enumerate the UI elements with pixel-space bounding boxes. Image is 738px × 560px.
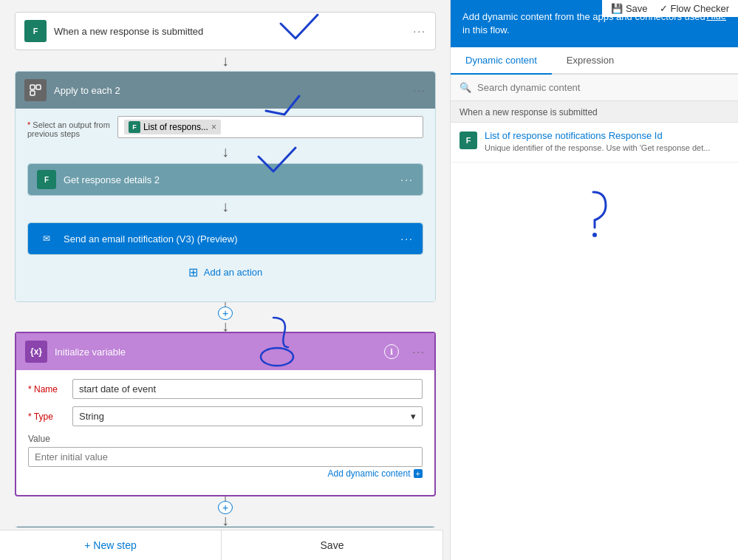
connector-arrow-1: ↓	[15, 50, 436, 71]
svg-rect-1	[36, 85, 41, 89]
value-label: Value	[28, 434, 65, 444]
flow-canvas: F When a new response is submitted ↓ App…	[0, 0, 451, 560]
panel-search-area: 🔍	[451, 75, 738, 101]
get-response-menu[interactable]	[400, 174, 414, 185]
search-input[interactable]	[477, 82, 729, 93]
send-email-block[interactable]: ✉ Send an email notification (V3) (Previ…	[27, 222, 423, 255]
step-when-new-response-header[interactable]: F When a new response is submitted	[16, 13, 435, 49]
select-output-field[interactable]: F List of respons... ×	[117, 116, 423, 138]
connector-plus-2: + ↓	[15, 496, 436, 526]
name-label: * Name	[28, 384, 65, 395]
init-variable-header[interactable]: {x} Initialize variable ℹ	[16, 333, 434, 370]
svg-point-7	[592, 233, 597, 237]
name-field-row: * Name	[28, 379, 423, 399]
step-when-new-response-title: When a new response is submitted	[54, 26, 406, 37]
panel-section-label: When a new response is submitted	[451, 101, 738, 123]
flow-save-button[interactable]: Save	[222, 530, 443, 560]
bottom-bar: + New step Save	[0, 530, 443, 560]
save-icon: 💾	[611, 3, 623, 14]
new-step-button[interactable]: + New step	[0, 530, 222, 560]
name-input[interactable]	[72, 379, 423, 399]
init-variable-menu[interactable]	[412, 346, 426, 358]
dynamic-content-panel: Add dynamic content from the apps and co…	[450, 0, 738, 560]
panel-annotation-area	[451, 163, 738, 268]
select-output-label: * Select an output fromprevious steps	[27, 120, 110, 138]
apply-each-2-content: * Select an output fromprevious steps F …	[16, 109, 435, 301]
type-select-value: String	[79, 411, 104, 422]
connector-plus-1: + ↓	[15, 302, 436, 332]
add-action-row[interactable]: ⊞ Add an action	[27, 255, 423, 290]
type-select-chevron: ▾	[411, 411, 416, 422]
checker-icon: ✓	[660, 3, 668, 14]
apply-icon	[24, 79, 47, 101]
init-variable-block[interactable]: {x} Initialize variable ℹ * Name * Type	[15, 332, 436, 496]
get-response-details-block[interactable]: F Get response details 2	[27, 163, 423, 196]
get-response-details-header[interactable]: F Get response details 2	[28, 164, 423, 195]
tag-text: List of respons...	[143, 122, 208, 132]
get-response-title: Get response details 2	[64, 174, 393, 185]
add-action-icon: ⊞	[188, 265, 198, 279]
panel-item-forms-icon: F	[459, 132, 477, 149]
step-when-new-response-menu[interactable]	[413, 25, 426, 37]
send-email-menu[interactable]	[400, 233, 414, 245]
connector-arrow-2: ↓	[222, 320, 229, 332]
init-variable-content: * Name * Type String ▾ Value	[16, 370, 434, 495]
save-label: Save	[626, 3, 648, 14]
forms-icon: F	[24, 20, 47, 42]
panel-item-title: List of response notifications Response …	[485, 130, 729, 141]
flow-checker-label: Flow Checker	[671, 3, 729, 14]
panel-content-scroll[interactable]: When a new response is submitted F List …	[451, 101, 738, 560]
panel-tabs: Dynamic content Expression	[451, 47, 738, 75]
connector-arrow-3: ↓	[222, 514, 229, 526]
tag-list-of-responses[interactable]: F List of respons... ×	[124, 120, 221, 134]
send-email-header[interactable]: ✉ Send an email notification (V3) (Previ…	[28, 223, 423, 254]
tag-close-btn[interactable]: ×	[211, 122, 216, 132]
value-field-row: Value Add dynamic content +	[28, 434, 423, 479]
add-dynamic-content-link[interactable]: Add dynamic content +	[28, 468, 423, 479]
name-label-text: Name	[34, 384, 58, 395]
select-output-row: * Select an output fromprevious steps F …	[27, 116, 423, 138]
value-input[interactable]	[28, 447, 423, 467]
flow-scroll-area[interactable]: F When a new response is submitted ↓ App…	[15, 12, 436, 527]
question-mark-annotation	[573, 185, 617, 244]
apply-each-2-title: Apply to each 2	[54, 85, 406, 96]
type-label: * Type	[28, 412, 65, 422]
get-response-icon: F	[37, 170, 56, 189]
type-select[interactable]: String ▾	[72, 406, 423, 426]
svg-rect-0	[30, 85, 35, 89]
apply-each-2-menu[interactable]	[413, 84, 426, 96]
tab-expression[interactable]: Expression	[552, 47, 629, 75]
send-email-title: Send an email notification (V3) (Preview…	[64, 233, 393, 245]
add-action-label: Add an action	[204, 267, 263, 278]
info-icon[interactable]: ℹ	[384, 344, 399, 359]
email-icon: ✉	[37, 229, 56, 248]
save-button[interactable]: 💾 Save	[611, 3, 648, 14]
type-label-text: Type	[34, 412, 53, 422]
variable-icon: {x}	[25, 341, 47, 363]
top-bar: 💾 Save ✓ Flow Checker	[602, 0, 738, 17]
inner-connector-1: ↓	[27, 146, 423, 157]
add-dynamic-label: Add dynamic content	[327, 468, 410, 479]
panel-item-response-id[interactable]: F List of response notifications Respons…	[451, 123, 738, 162]
inner-connector-2: ↓	[27, 196, 423, 216]
flow-checker-button[interactable]: ✓ Flow Checker	[660, 3, 729, 14]
panel-item-desc: Unique identifier of the response. Use w…	[485, 143, 729, 154]
tag-forms-icon: F	[129, 121, 140, 133]
apply-each-2-block[interactable]: Apply to each 2 * Select an output fromp…	[15, 71, 436, 302]
tab-dynamic-content[interactable]: Dynamic content	[451, 47, 552, 75]
add-dynamic-icon: +	[414, 469, 423, 478]
search-icon: 🔍	[459, 82, 471, 93]
type-field-row: * Type String ▾	[28, 406, 423, 426]
step-when-new-response[interactable]: F When a new response is submitted	[15, 12, 436, 50]
svg-rect-2	[30, 91, 35, 95]
init-variable-title: Initialize variable	[55, 346, 377, 358]
apply-each-2-header[interactable]: Apply to each 2	[16, 72, 435, 109]
panel-item-content: List of response notifications Response …	[485, 130, 729, 154]
